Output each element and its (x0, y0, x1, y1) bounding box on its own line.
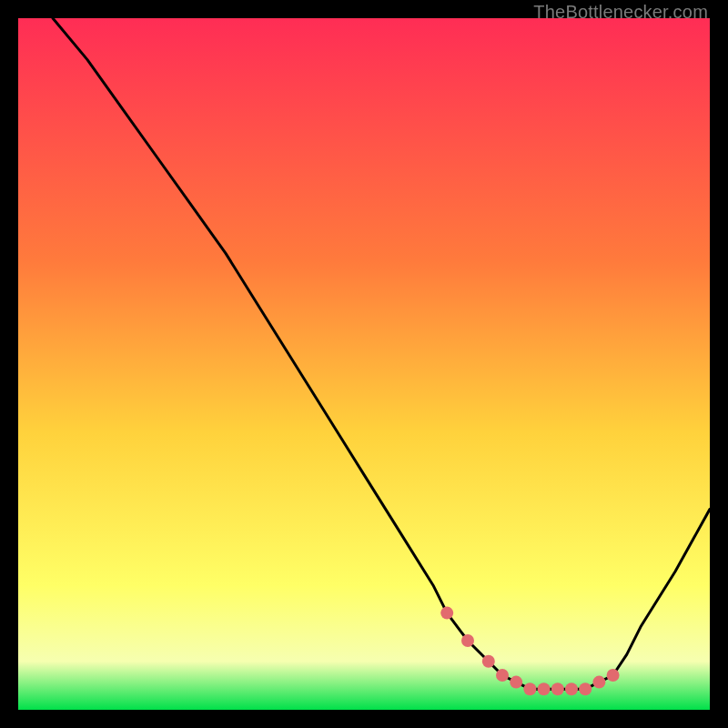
optimal-marker (510, 676, 522, 689)
optimal-marker (538, 682, 551, 695)
optimal-marker (482, 655, 495, 668)
optimal-marker (607, 669, 620, 682)
optimal-marker (579, 682, 592, 695)
optimal-marker (565, 682, 578, 695)
optimal-marker (496, 669, 509, 682)
bottleneck-chart (18, 18, 710, 710)
optimal-marker (551, 682, 564, 695)
gradient-background (18, 18, 710, 710)
optimal-marker (461, 634, 474, 647)
optimal-marker (592, 676, 605, 689)
optimal-marker (440, 607, 453, 620)
optimal-marker (523, 682, 536, 695)
chart-frame (18, 18, 710, 710)
